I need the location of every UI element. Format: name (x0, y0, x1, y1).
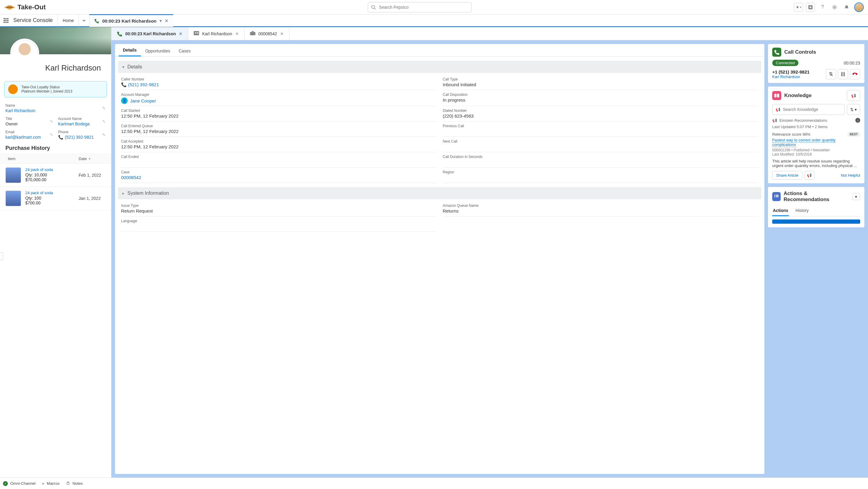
knowledge-search-input[interactable] (783, 107, 841, 112)
contact-avatar (10, 38, 39, 67)
notes-icon: 🗒 (66, 481, 70, 486)
loyalty-badge-icon (8, 84, 18, 94)
label-language: Language (121, 219, 437, 223)
tab-history[interactable]: History (795, 206, 809, 216)
edit-email-icon[interactable]: ✎ (50, 132, 53, 137)
purchase-row[interactable]: 24 pack of soda Qty: 100 $700.00 Jan 1, … (0, 187, 111, 210)
tab-actions[interactable]: Actions (772, 206, 789, 216)
edit-name-icon[interactable]: ✎ (102, 106, 106, 111)
svg-rect-9 (197, 33, 198, 34)
app-name: Service Console (12, 17, 58, 24)
relevance-score: Relevance score 98% (772, 132, 810, 137)
value-account[interactable]: Karlmart Bodega (58, 121, 106, 126)
purchase-row[interactable]: 24 pack of soda Qty: 10,000 $70,000.00 F… (0, 164, 111, 187)
close-icon[interactable]: ✕ (179, 31, 183, 36)
subtab-call[interactable]: 00:00:23 Karl Richardson ✕ (112, 27, 188, 40)
knowledge-settings[interactable]: 📢 (847, 90, 860, 101)
panel-call-controls: Call Controls Connected 00:00:23 +1 (521… (768, 44, 864, 83)
caller-name-link[interactable]: Karl Richardson (772, 75, 800, 79)
pause-button[interactable] (838, 69, 848, 79)
edit-phone-icon[interactable]: ✎ (102, 132, 106, 137)
section-system-info[interactable]: ▸ System Information (118, 187, 762, 199)
value-name[interactable]: Karl Richardson (5, 108, 106, 113)
purchase-item-link[interactable]: 24 pack of soda (25, 191, 53, 195)
brand-name: Take-Out (18, 3, 46, 11)
svg-rect-17 (776, 195, 779, 196)
label-next-call: Next Call (443, 139, 758, 144)
phone-icon: 📞 (58, 135, 63, 140)
nav-tab-call[interactable]: 00:00:23 Karl Richardson ▾ ✕ (89, 14, 173, 27)
value-email[interactable]: karl@karlmart.com (5, 135, 53, 140)
tab-opportunities[interactable]: Opportunities (141, 46, 175, 56)
favorites-button[interactable]: ★▾ (794, 3, 803, 12)
expand-handle[interactable] (0, 252, 3, 260)
label-title: Title (5, 117, 53, 121)
value-account-manager[interactable]: 👤Jane Cooper (121, 97, 156, 104)
value-disposition: In progress (443, 97, 758, 104)
edit-title-icon[interactable]: ✎ (50, 119, 53, 124)
chevron-down-icon: ▾ (122, 64, 124, 69)
label-email: Email (5, 130, 53, 134)
subtab-case-label: 00008542 (258, 31, 277, 36)
notifications-icon[interactable] (842, 3, 851, 12)
label-issue-type: Issue Type (121, 203, 437, 208)
svg-line-3 (374, 8, 376, 9)
knowledge-search[interactable]: 📢 (772, 104, 844, 115)
app-launcher[interactable] (0, 14, 12, 27)
nav-tab-home-menu[interactable] (79, 14, 89, 27)
subtab-call-label: 00:00:23 Karl Richardson (125, 31, 176, 36)
brand-logo[interactable]: Take-Out (4, 3, 46, 11)
contact-hero (0, 27, 111, 54)
close-icon[interactable]: ✕ (235, 31, 239, 36)
footer-notes[interactable]: 🗒Notes (66, 481, 83, 486)
share-article-button[interactable]: Share Article (772, 171, 802, 180)
close-icon[interactable]: ✕ (280, 31, 284, 36)
purchase-item-link[interactable]: 24 pack of soda (25, 167, 53, 172)
label-accepted: Call Accepted (121, 139, 437, 144)
col-date[interactable]: Date▾ (79, 156, 106, 161)
help-icon[interactable]: ? (818, 3, 827, 12)
tab-cases[interactable]: Cases (175, 46, 195, 56)
hangup-button[interactable] (850, 69, 860, 79)
subtab-case[interactable]: 00008542 ✕ (245, 27, 289, 40)
subtab-contact[interactable]: Karl Richardson ✕ (188, 27, 245, 40)
svg-point-5 (834, 6, 835, 8)
not-helpful-link[interactable]: Not Helpful (841, 173, 860, 178)
label-phone: Phone (58, 130, 106, 134)
close-icon[interactable]: ✕ (165, 19, 168, 23)
value-region (443, 175, 758, 181)
global-search[interactable] (368, 2, 472, 12)
article-link[interactable]: Fastest way to correct order quantity co… (772, 138, 835, 147)
label-queue: Call Entered Queue (121, 124, 437, 128)
gear-icon[interactable] (830, 3, 839, 12)
footer-omni-channel[interactable]: ✓Omni-Channel (3, 481, 35, 486)
value-case[interactable]: 00008542 (121, 175, 437, 181)
announce-button[interactable]: 📢 (804, 171, 814, 180)
edit-account-icon[interactable]: ✎ (102, 119, 106, 124)
actions-menu[interactable]: ▾ (852, 193, 860, 200)
mute-button[interactable] (826, 69, 836, 79)
label-duration: Call Duration in Seconds (443, 155, 758, 159)
action-item[interactable] (772, 220, 860, 224)
value-phone[interactable]: 📞(521) 392-9821 (58, 135, 106, 140)
svg-rect-1 (6, 7, 13, 7)
sort-button[interactable]: ⇅ ▾ (847, 104, 860, 115)
label-previous-call: Previous Call (443, 124, 758, 128)
footer-macros[interactable]: »Macros (42, 481, 60, 486)
global-search-input[interactable] (379, 5, 468, 10)
svg-point-2 (372, 5, 375, 8)
tab-details[interactable]: Details (119, 45, 141, 56)
info-icon[interactable]: i (855, 118, 860, 123)
knowledge-updated: Last Updated 5:07 PM • 2 Items (772, 124, 860, 129)
nav-tab-home[interactable]: Home (58, 14, 79, 27)
loyalty-card: Take-Out Loyalty Status Platinum Member … (4, 81, 107, 97)
add-button[interactable] (806, 3, 815, 12)
value-caller-number[interactable]: 📞 (521) 392-9821 (121, 82, 437, 88)
contact-card-icon (194, 31, 199, 36)
section-details[interactable]: ▾ Details (118, 61, 762, 73)
value-language (121, 224, 437, 230)
purchase-qty: Qty: 100 (25, 196, 79, 200)
chevron-down-icon[interactable]: ▾ (160, 19, 162, 23)
col-item[interactable]: Item (5, 156, 79, 161)
user-avatar[interactable] (854, 2, 864, 12)
